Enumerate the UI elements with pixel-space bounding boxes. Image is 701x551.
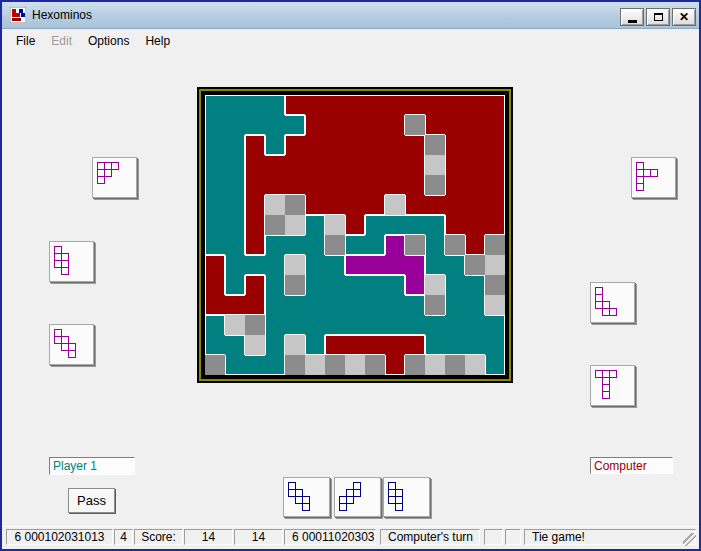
board-cell[interactable] [325, 315, 345, 335]
board-cell[interactable] [305, 235, 325, 255]
board-cell[interactable] [365, 355, 385, 375]
board-cell[interactable] [285, 115, 305, 135]
board-cell[interactable] [365, 135, 385, 155]
board-cell[interactable] [205, 135, 225, 155]
board-cell[interactable] [425, 355, 445, 375]
board-cell[interactable] [385, 95, 405, 115]
board-cell[interactable] [245, 255, 265, 275]
board-cell[interactable] [345, 295, 365, 315]
board-cell[interactable] [485, 175, 505, 195]
board-cell[interactable] [445, 115, 465, 135]
board-cell[interactable] [325, 215, 345, 235]
board-cell[interactable] [325, 355, 345, 375]
board-cell[interactable] [405, 215, 425, 235]
board-cell[interactable] [345, 95, 365, 115]
board-cell[interactable] [345, 335, 365, 355]
board-cell[interactable] [485, 95, 505, 115]
board-cell[interactable] [265, 295, 285, 315]
board-cell[interactable] [305, 215, 325, 235]
board-cell[interactable] [325, 335, 345, 355]
board-cell[interactable] [365, 295, 385, 315]
menu-item-help[interactable]: Help [139, 32, 176, 50]
board-cell[interactable] [225, 255, 245, 275]
board-cell[interactable] [445, 255, 465, 275]
app-icon[interactable] [10, 7, 26, 23]
board-cell[interactable] [405, 355, 425, 375]
board-cell[interactable] [485, 255, 505, 275]
piece-button-bottom-3[interactable] [383, 477, 430, 517]
board-cell[interactable] [425, 335, 445, 355]
board-cell[interactable] [325, 255, 345, 275]
board-cell[interactable] [225, 215, 245, 235]
board-cell[interactable] [265, 235, 285, 255]
board-cell[interactable] [265, 275, 285, 295]
board-cell[interactable] [405, 135, 425, 155]
board-cell[interactable] [465, 195, 485, 215]
board-cell[interactable] [305, 115, 325, 135]
resize-grip-icon[interactable] [683, 533, 696, 546]
board-cell[interactable] [305, 175, 325, 195]
board-cell[interactable] [205, 355, 225, 375]
game-board[interactable] [205, 95, 505, 375]
board-cell[interactable] [305, 95, 325, 115]
board-cell[interactable] [225, 115, 245, 135]
board-cell[interactable] [205, 155, 225, 175]
board-cell[interactable] [305, 335, 325, 355]
board-cell[interactable] [345, 275, 365, 295]
board-cell[interactable] [265, 315, 285, 335]
board-cell[interactable] [265, 135, 285, 155]
board-cell[interactable] [445, 335, 465, 355]
board-cell[interactable] [365, 215, 385, 235]
board-cell[interactable] [385, 275, 405, 295]
board-cell[interactable] [245, 335, 265, 355]
board-cell[interactable] [365, 255, 385, 275]
piece-button-left-1[interactable] [92, 157, 137, 198]
board-cell[interactable] [225, 135, 245, 155]
board-cell[interactable] [245, 295, 265, 315]
board-cell[interactable] [285, 175, 305, 195]
board-cell[interactable] [245, 275, 265, 295]
board-cell[interactable] [365, 195, 385, 215]
board-cell[interactable] [205, 115, 225, 135]
board-cell[interactable] [465, 295, 485, 315]
board-cell[interactable] [485, 135, 505, 155]
board-cell[interactable] [485, 315, 505, 335]
board-cell[interactable] [425, 135, 445, 155]
board-cell[interactable] [345, 215, 365, 235]
board-cell[interactable] [405, 315, 425, 335]
board-cell[interactable] [205, 175, 225, 195]
board-cell[interactable] [305, 135, 325, 155]
board-cell[interactable] [485, 195, 505, 215]
piece-button-right-3[interactable] [590, 365, 635, 406]
board-cell[interactable] [245, 95, 265, 115]
board-cell[interactable] [385, 255, 405, 275]
board-cell[interactable] [225, 355, 245, 375]
board-cell[interactable] [465, 235, 485, 255]
board-cell[interactable] [445, 155, 465, 175]
board-cell[interactable] [385, 155, 405, 175]
board-cell[interactable] [265, 175, 285, 195]
board-cell[interactable] [445, 235, 465, 255]
board-cell[interactable] [445, 215, 465, 235]
board-cell[interactable] [285, 355, 305, 375]
board-cell[interactable] [265, 95, 285, 115]
board-cell[interactable] [225, 95, 245, 115]
board-cell[interactable] [365, 155, 385, 175]
board-cell[interactable] [225, 195, 245, 215]
board-cell[interactable] [205, 315, 225, 335]
board-cell[interactable] [305, 275, 325, 295]
board-cell[interactable] [425, 155, 445, 175]
board-cell[interactable] [465, 95, 485, 115]
board-cell[interactable] [465, 335, 485, 355]
board-cell[interactable] [245, 135, 265, 155]
board-cell[interactable] [365, 115, 385, 135]
board-cell[interactable] [385, 235, 405, 255]
board-cell[interactable] [365, 315, 385, 335]
board-cell[interactable] [465, 115, 485, 135]
piece-button-bottom-2[interactable] [334, 477, 381, 517]
board-cell[interactable] [365, 275, 385, 295]
board-cell[interactable] [345, 115, 365, 135]
computer-name-field[interactable] [590, 457, 673, 474]
board-cell[interactable] [245, 175, 265, 195]
board-cell[interactable] [265, 215, 285, 235]
